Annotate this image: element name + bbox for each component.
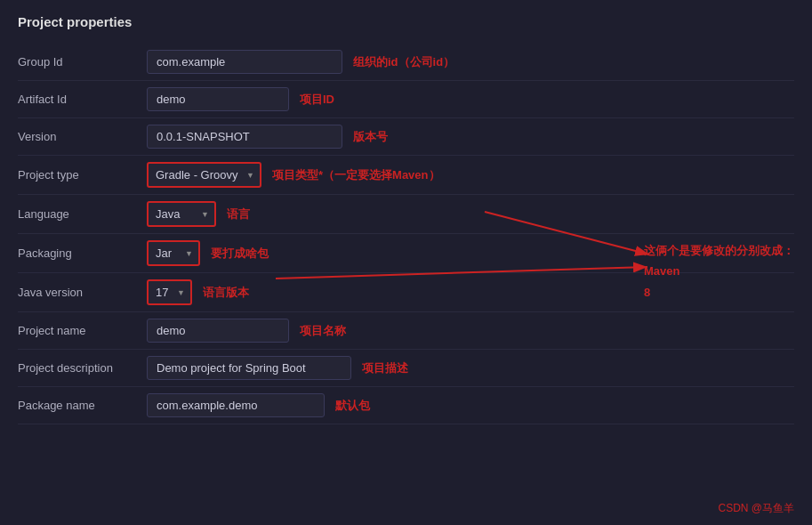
version-label: Version [18, 130, 147, 143]
language-annotation: 语言 [227, 206, 250, 222]
artifact-id-annotation: 项目ID [300, 92, 334, 108]
project-name-input-area: 项目名称 [147, 319, 794, 343]
java-version-select[interactable]: 8 11 17 21 [147, 279, 192, 305]
project-name-row: Project name 项目名称 [18, 312, 794, 350]
project-description-input[interactable] [147, 356, 351, 380]
packaging-annotation: 要打成啥包 [211, 246, 269, 262]
packaging-select-wrapper: Jar War [147, 240, 200, 266]
packaging-label: Packaging [18, 246, 147, 260]
project-description-input-area: 项目描述 [147, 356, 794, 380]
project-type-input-area: Gradle - Groovy Gradle - Kotlin Maven 项目… [147, 162, 794, 188]
package-name-label: Package name [18, 399, 147, 412]
packaging-select[interactable]: Jar War [147, 240, 200, 266]
group-id-label: Group Id [18, 55, 147, 69]
java-version-annotation: 语言版本 [203, 285, 249, 301]
version-input[interactable] [147, 125, 342, 149]
project-type-select-wrapper: Gradle - Groovy Gradle - Kotlin Maven [147, 162, 261, 188]
language-select-wrapper: Java Kotlin Groovy [147, 201, 216, 227]
side-annotation-block: 这俩个是要修改的分别改成： Maven 8 [644, 240, 794, 303]
java-version-select-wrapper: 8 11 17 21 [147, 279, 192, 305]
java-version-label: Java version [18, 286, 147, 299]
project-type-row: Project type Gradle - Groovy Gradle - Ko… [18, 156, 794, 195]
project-type-label: Project type [18, 168, 147, 182]
project-name-input[interactable] [147, 319, 289, 343]
version-annotation: 版本号 [353, 129, 388, 145]
package-name-input-area: 默认包 [147, 393, 794, 417]
section-title: Project properties [18, 14, 794, 29]
artifact-id-input-area: 项目ID [147, 87, 794, 111]
artifact-id-input[interactable] [147, 87, 289, 111]
group-id-input[interactable] [147, 50, 342, 74]
group-id-row: Group Id 组织的id（公司id） [18, 44, 794, 81]
project-name-label: Project name [18, 324, 147, 337]
project-type-select[interactable]: Gradle - Groovy Gradle - Kotlin Maven [147, 162, 261, 188]
group-id-input-area: 组织的id（公司id） [147, 50, 794, 74]
version-row: Version 版本号 [18, 118, 794, 156]
side-annotation-item1: Maven [644, 264, 679, 278]
project-name-annotation: 项目名称 [300, 323, 346, 339]
project-description-row: Project description 项目描述 [18, 350, 794, 387]
project-description-label: Project description [18, 361, 147, 375]
version-input-area: 版本号 [147, 125, 794, 149]
package-name-row: Package name 默认包 [18, 387, 794, 424]
project-type-annotation: 项目类型*（一定要选择Maven） [272, 167, 440, 183]
group-id-annotation: 组织的id（公司id） [353, 54, 454, 70]
package-name-annotation: 默认包 [335, 398, 370, 414]
language-label: Language [18, 207, 147, 221]
main-container: Project properties Group Id 组织的id（公司id） … [0, 0, 812, 525]
side-annotation-item2: 8 [644, 286, 650, 299]
language-input-area: Java Kotlin Groovy 语言 [147, 201, 794, 227]
language-row: Language Java Kotlin Groovy 语言 [18, 195, 794, 234]
project-description-annotation: 项目描述 [362, 360, 408, 376]
artifact-id-label: Artifact Id [18, 93, 147, 106]
side-annotation-intro: 这俩个是要修改的分别改成： [644, 244, 794, 257]
package-name-input[interactable] [147, 393, 325, 417]
footer-text: CSDN @马鱼羊 [718, 501, 794, 516]
language-select[interactable]: Java Kotlin Groovy [147, 201, 216, 227]
artifact-id-row: Artifact Id 项目ID [18, 81, 794, 118]
